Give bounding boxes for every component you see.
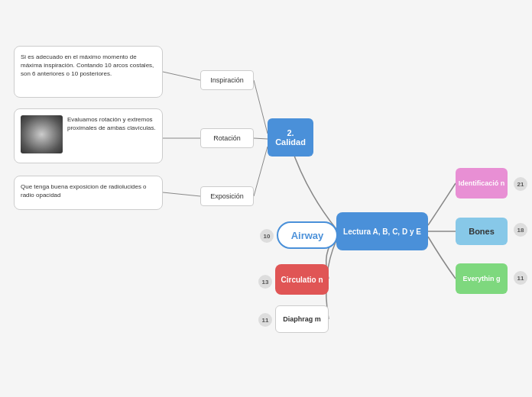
svg-line-5: [163, 192, 200, 196]
node-calidad[interactable]: 2. Calidad: [268, 118, 313, 157]
svg-line-1: [254, 138, 268, 139]
badge-bones: 18: [514, 223, 527, 237]
card-inspiracion-text: Si es adecuado en el máximo momento de m…: [21, 53, 154, 77]
node-exposicion[interactable]: Exposición: [200, 186, 254, 206]
node-inspiracion[interactable]: Inspiración: [200, 70, 254, 90]
node-circulation[interactable]: Circulatio n: [275, 264, 329, 295]
badge-airway: 10: [260, 229, 274, 243]
node-everything[interactable]: Everythin g: [456, 263, 508, 294]
card-inspiracion: Si es adecuado en el máximo momento de m…: [14, 46, 163, 98]
svg-line-0: [254, 80, 268, 134]
calidad-label: 2. Calidad: [275, 128, 306, 147]
svg-line-2: [254, 147, 268, 196]
card-exposicion: Que tenga buena exposicion de radiolucid…: [14, 176, 163, 210]
xray-image: [21, 115, 63, 153]
node-identification[interactable]: Identificació n: [456, 168, 508, 198]
badge-everything: 11: [514, 271, 527, 285]
node-bones[interactable]: Bones: [456, 218, 508, 245]
node-rotacion[interactable]: Rotación: [200, 128, 254, 148]
card-rotacion: Evaluamos rotación y extremos proximales…: [14, 108, 163, 163]
card-rotacion-text: Evaluamos rotación y extremos proximales…: [67, 116, 156, 131]
node-diaphragm[interactable]: Diaphrag m: [275, 305, 329, 333]
card-exposicion-text: Que tenga buena exposicion de radiolucid…: [21, 183, 147, 198]
node-central[interactable]: Lectura A, B, C, D y E: [336, 212, 428, 250]
badge-circulation: 13: [258, 275, 272, 289]
badge-diaphragm: 11: [258, 313, 272, 327]
svg-line-3: [163, 72, 200, 80]
badge-identification: 21: [514, 177, 527, 191]
node-airway[interactable]: Airway: [277, 221, 338, 249]
